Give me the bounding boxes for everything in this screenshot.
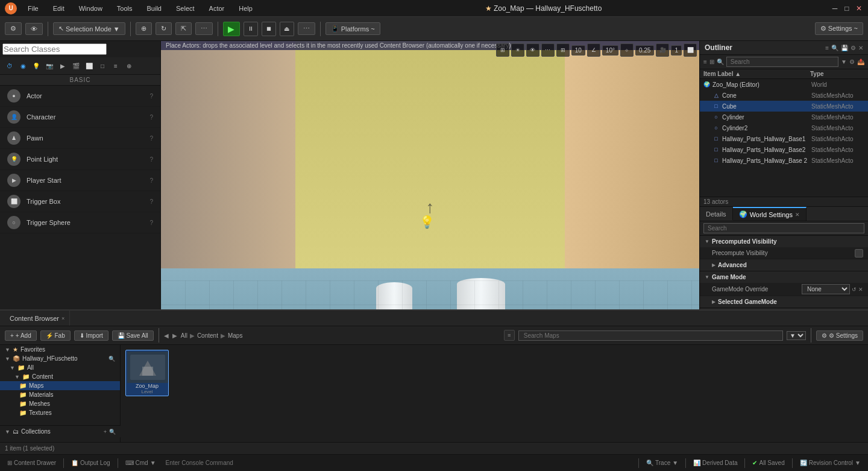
col-type[interactable]: Type [810, 71, 864, 77]
cb-search-input[interactable] [518, 330, 783, 341]
outliner-row-hallway1[interactable]: □ Hallway_Parts_Hallway_Base1 StaticMesh… [700, 133, 868, 144]
triggerbox-help-btn[interactable]: ? [149, 198, 153, 205]
visual-filter-btn[interactable]: 🎬 [70, 60, 82, 72]
cb-tab[interactable]: Content Browser × [5, 311, 70, 326]
cb-close-btn[interactable]: × [61, 315, 64, 321]
play-more-button[interactable]: ⋯ [298, 22, 315, 35]
col-item-label[interactable]: Item Label ▲ [703, 71, 810, 77]
cb-tree-maps[interactable]: 📁 Maps [0, 381, 120, 390]
actor-help-btn[interactable]: ? [149, 93, 153, 100]
rotate-button[interactable]: ↻ [156, 22, 172, 35]
search-collection-btn[interactable]: 🔍 [109, 429, 116, 435]
cb-nav-fwd-btn[interactable]: ▶ [172, 332, 177, 339]
world-settings-close-btn[interactable]: ✕ [795, 212, 800, 218]
cb-collections[interactable]: ▼ 🗂 Collections + 🔍 [0, 425, 121, 437]
tab-world-settings[interactable]: 🌍 World Settings ✕ [733, 207, 807, 221]
outliner-search-btn[interactable]: 🔍 [831, 45, 838, 51]
cb-tree-meshes[interactable]: 📁 Meshes [0, 399, 120, 408]
pause-button[interactable]: ⏸ [244, 22, 258, 36]
geo-filter-btn[interactable]: ⬜ [83, 60, 95, 72]
character-help-btn[interactable]: ? [149, 114, 153, 121]
precompute-vis-toggle[interactable] [855, 249, 863, 258]
outliner-filter-btn[interactable]: ≡ [825, 45, 829, 51]
scale-button[interactable]: ⇱ [175, 22, 192, 35]
modes-button[interactable]: ⚙ [5, 22, 22, 35]
place-pawn-item[interactable]: ♟ Pawn ? [0, 128, 160, 149]
gamemode-dropdown[interactable]: None [802, 284, 850, 294]
output-log-btn[interactable]: 📋 Output Log [69, 458, 112, 467]
outliner-options-btn[interactable]: ⚙ [851, 45, 856, 51]
section-selected-gamemode[interactable]: ▶ Selected GameMode [700, 296, 868, 308]
tab-details[interactable]: Details [700, 208, 733, 220]
revision-btn[interactable]: 🔄 Revision Control ▼ [797, 458, 863, 467]
outliner-add-btn[interactable]: ⚙ [849, 58, 855, 65]
cb-bread-content[interactable]: Content [197, 332, 218, 339]
grid-snap-btn[interactable]: ⊞ [556, 43, 570, 57]
cb-import-btn[interactable]: ⬇ Import [74, 330, 108, 341]
menu-select[interactable]: Select [172, 5, 198, 12]
eject-button[interactable]: ⏏ [280, 22, 294, 36]
cb-add-btn[interactable]: + + Add [5, 330, 37, 341]
place-triggerbox-item[interactable]: ⬜ Trigger Box ? [0, 191, 160, 212]
outliner-row-cylinder2[interactable]: ○ Cylinder2 StaticMeshActo [700, 122, 868, 133]
outliner-row-hallway2[interactable]: □ Hallway_Parts_Hallway_Base2 StaticMesh… [700, 144, 868, 155]
cam-speed-btn[interactable]: 🎥 [656, 43, 669, 57]
viewport-options-btn[interactable]: ⋯ [541, 43, 555, 57]
cb-item-zoomap[interactable]: Zoo_Map Level [125, 350, 169, 396]
content-drawer-btn[interactable]: ⊞ Content Drawer [5, 458, 58, 467]
playerstart-help-btn[interactable]: ? [149, 177, 153, 184]
gamemode-reset-btn[interactable]: ↺ [852, 286, 857, 292]
cb-bread-maps[interactable]: Maps [228, 332, 242, 339]
shapes-filter-btn[interactable]: ◉ [17, 60, 29, 72]
perspective-btn[interactable]: ⊞ [496, 43, 509, 57]
search-classes-input[interactable] [2, 43, 107, 55]
section-advanced-precomputed[interactable]: ▶ Advanced [700, 259, 868, 271]
gamemode-clear-btn[interactable]: ✕ [858, 286, 863, 292]
cb-bread-all[interactable]: All [181, 332, 187, 339]
audio-filter-btn[interactable]: ▶ [57, 60, 69, 72]
menu-tools[interactable]: Tools [113, 5, 136, 12]
add-collection-btn[interactable]: + [104, 429, 107, 435]
outliner-save-btn[interactable]: 💾 [841, 45, 848, 51]
cb-tree-all[interactable]: ▼ 📁 All [0, 363, 120, 372]
cb-save-all-btn[interactable]: 💾 Save All [112, 330, 154, 341]
play-button[interactable]: ▶ [223, 22, 240, 36]
section-gamemode-header[interactable]: ▼ Game Mode [700, 271, 868, 283]
maximize-viewport-btn[interactable]: ⬜ [684, 43, 697, 57]
stop-button[interactable]: ⏹ [262, 22, 276, 36]
details-search-input[interactable] [703, 223, 864, 233]
transform-more-button[interactable]: ⋯ [195, 22, 213, 35]
lit-btn[interactable]: ☀ [511, 43, 524, 57]
scale-snap-btn[interactable]: ⟐ [620, 43, 634, 57]
outliner-close-btn[interactable]: ✕ [858, 45, 863, 51]
section-precomputed-header[interactable]: ▼ Precomputed Visibility [700, 236, 868, 247]
place-character-item[interactable]: 👤 Character ? [0, 107, 160, 128]
toggle-vr-button[interactable]: 👁 [25, 23, 43, 35]
platforms-button[interactable]: 📱 Platforms ~ [326, 22, 380, 35]
place-playerstart-item[interactable]: ▶ Player Start ? [0, 170, 160, 191]
menu-build[interactable]: Build [143, 5, 165, 12]
console-input[interactable] [163, 460, 634, 466]
lights-filter-btn[interactable]: 💡 [30, 60, 42, 72]
cb-project-section[interactable]: ▼ 📦 Hallway_HFuschetto 🔍 [0, 354, 120, 363]
outliner-row-cube[interactable]: □ Cube StaticMeshActo [700, 101, 868, 112]
show-btn[interactable]: 👁 [526, 43, 539, 57]
outliner-options-icon[interactable]: ▼ [841, 58, 847, 65]
outliner-row-zoo-map[interactable]: 🌍 Zoo_Map (Editor) World [700, 79, 868, 90]
code-filter-btn[interactable]: ⊕ [123, 60, 135, 72]
menu-window[interactable]: Window [75, 5, 106, 12]
minimize-button[interactable]: ─ [831, 4, 839, 13]
volumes-filter-btn[interactable]: □ [96, 60, 108, 72]
grid-size-value[interactable]: 10 [571, 45, 585, 55]
selection-mode-button[interactable]: ↖ Selection Mode ▼ [53, 22, 125, 35]
place-triggersphere-item[interactable]: ○ Trigger Sphere ? [0, 212, 160, 233]
cb-favorites-section[interactable]: ▼ ★ Favorites [0, 345, 120, 354]
cmd-btn[interactable]: ⌨ Cmd ▼ [123, 458, 159, 467]
cb-fab-btn[interactable]: ⚡ Fab [40, 330, 71, 341]
all-filter-btn[interactable]: ⏱ [4, 60, 16, 72]
project-search-btn[interactable]: 🔍 [108, 356, 115, 362]
camera-filter-btn[interactable]: 📷 [43, 60, 55, 72]
outliner-row-cylinder[interactable]: ○ Cylinder StaticMeshActo [700, 112, 868, 122]
search-icon[interactable]: 🔍 [717, 58, 724, 65]
derived-data-btn[interactable]: 📊 Derived Data [691, 458, 740, 467]
